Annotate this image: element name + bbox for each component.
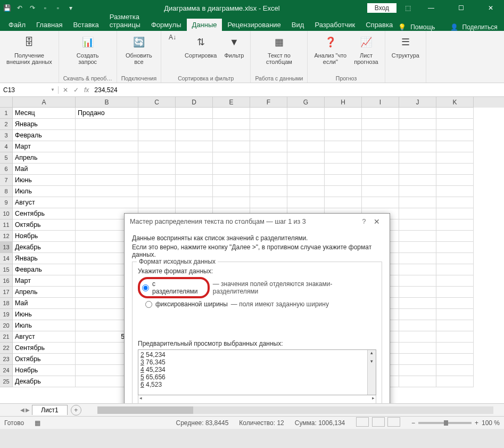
column-header[interactable]: A xyxy=(13,97,76,108)
row-header[interactable]: 18 xyxy=(0,298,13,309)
cell[interactable] xyxy=(250,119,287,130)
cell[interactable] xyxy=(76,175,138,186)
macro-icon[interactable]: ▦ xyxy=(35,419,40,427)
cell[interactable] xyxy=(287,152,325,164)
login-button[interactable]: Вход xyxy=(367,3,396,13)
cell[interactable] xyxy=(250,130,287,141)
cell[interactable] xyxy=(213,108,250,119)
cell[interactable] xyxy=(76,164,138,175)
cell[interactable] xyxy=(213,119,250,130)
row-header[interactable]: 15 xyxy=(0,264,13,275)
column-header[interactable]: D xyxy=(176,97,213,108)
cell[interactable] xyxy=(213,130,250,141)
fx-icon[interactable]: fx xyxy=(84,86,89,94)
cell[interactable] xyxy=(138,186,176,197)
enter-icon[interactable]: ✓ xyxy=(73,86,79,94)
close-icon[interactable]: ✕ xyxy=(369,217,384,226)
view-page-break-button[interactable] xyxy=(387,417,400,427)
row-header[interactable]: 3 xyxy=(0,130,13,141)
cell[interactable] xyxy=(250,108,287,119)
cell[interactable] xyxy=(176,141,213,152)
cell[interactable] xyxy=(436,253,474,264)
cell[interactable]: Июнь xyxy=(13,309,76,320)
cell[interactable] xyxy=(325,175,362,186)
cell[interactable] xyxy=(436,264,474,275)
row-header[interactable]: 1 xyxy=(0,108,13,119)
cell[interactable] xyxy=(287,130,325,141)
row-header[interactable]: 20 xyxy=(0,320,13,331)
maximize-button[interactable]: ☐ xyxy=(449,0,473,16)
radio-fixed[interactable] xyxy=(145,301,152,308)
undo-icon[interactable]: ↶ xyxy=(14,2,26,14)
cell[interactable] xyxy=(287,119,325,130)
sheet-nav-prev-icon[interactable]: ◀ xyxy=(20,407,24,413)
tab-developer[interactable]: Разработчик xyxy=(309,19,360,31)
cell[interactable] xyxy=(138,175,176,186)
formula-input[interactable]: 234,524 xyxy=(94,86,117,94)
name-box[interactable]: C13▼ xyxy=(0,86,59,94)
cell[interactable] xyxy=(325,186,362,197)
cell[interactable] xyxy=(138,197,176,208)
cell[interactable]: Сентябрь xyxy=(13,343,76,354)
zoom-in-button[interactable]: + xyxy=(475,419,478,427)
get-external-data-button[interactable]: 🗄 Получение внешних данных xyxy=(4,33,54,66)
cell[interactable]: Декабрь xyxy=(13,242,76,253)
cell[interactable] xyxy=(362,108,399,119)
tab-view[interactable]: Вид xyxy=(286,19,310,31)
row-header[interactable]: 23 xyxy=(0,354,13,365)
cell[interactable] xyxy=(250,197,287,208)
cell[interactable] xyxy=(399,164,436,175)
radio-delimited-label[interactable]: с разделителями xyxy=(152,280,202,295)
cell[interactable] xyxy=(399,331,436,343)
zoom-level[interactable]: 100 % xyxy=(482,419,500,427)
cell[interactable] xyxy=(436,376,474,387)
cell[interactable] xyxy=(325,164,362,175)
cell[interactable] xyxy=(436,186,474,197)
cell[interactable] xyxy=(176,197,213,208)
cell[interactable] xyxy=(436,287,474,298)
row-header[interactable]: 12 xyxy=(0,231,13,242)
cell[interactable] xyxy=(213,186,250,197)
cell[interactable] xyxy=(176,186,213,197)
cell[interactable] xyxy=(176,108,213,119)
cell[interactable] xyxy=(436,231,474,242)
cell[interactable] xyxy=(436,197,474,208)
cell[interactable] xyxy=(287,164,325,175)
cell[interactable] xyxy=(436,331,474,343)
cell[interactable] xyxy=(362,119,399,130)
minimize-button[interactable]: — xyxy=(419,0,443,16)
tab-insert[interactable]: Вставка xyxy=(68,19,104,31)
chevron-down-icon[interactable]: ▼ xyxy=(51,87,55,92)
column-header[interactable]: E xyxy=(213,97,250,108)
cell[interactable] xyxy=(399,242,436,253)
tab-data[interactable]: Данные xyxy=(187,19,222,31)
tab-home[interactable]: Главная xyxy=(31,19,68,31)
cell[interactable]: Август xyxy=(13,197,76,208)
tab-file[interactable]: Файл xyxy=(3,19,31,31)
row-header[interactable]: 11 xyxy=(0,219,13,231)
cell[interactable] xyxy=(362,186,399,197)
cell[interactable] xyxy=(436,275,474,287)
preview-hscroll[interactable]: ◂▸ xyxy=(138,395,376,403)
row-header[interactable]: 4 xyxy=(0,141,13,152)
cell[interactable] xyxy=(399,275,436,287)
cell[interactable]: Январь xyxy=(13,119,76,130)
cell[interactable] xyxy=(138,141,176,152)
cell[interactable] xyxy=(176,130,213,141)
cell[interactable]: Октябрь xyxy=(13,354,76,365)
row-header[interactable]: 10 xyxy=(0,208,13,219)
cell[interactable] xyxy=(399,108,436,119)
share-button[interactable]: Поделиться xyxy=(462,23,498,31)
save-icon[interactable]: 💾 xyxy=(1,2,13,14)
text-to-columns-button[interactable]: ▦ Текст по столбцам xyxy=(264,33,294,66)
row-header[interactable]: 2 xyxy=(0,119,13,130)
cell[interactable] xyxy=(399,231,436,242)
cell[interactable] xyxy=(213,164,250,175)
cell[interactable]: Июнь xyxy=(13,175,76,186)
whatif-button[interactable]: ❓ Анализ "что если" xyxy=(312,33,349,66)
cell[interactable] xyxy=(436,108,474,119)
spreadsheet-grid[interactable]: ABCDEFGHIJK 1МесяцПродано2Январь3Февраль… xyxy=(0,97,504,403)
scroll-up-icon[interactable]: ▴ xyxy=(368,350,376,359)
cell[interactable] xyxy=(138,152,176,164)
scroll-down-icon[interactable]: ▾ xyxy=(368,359,376,367)
